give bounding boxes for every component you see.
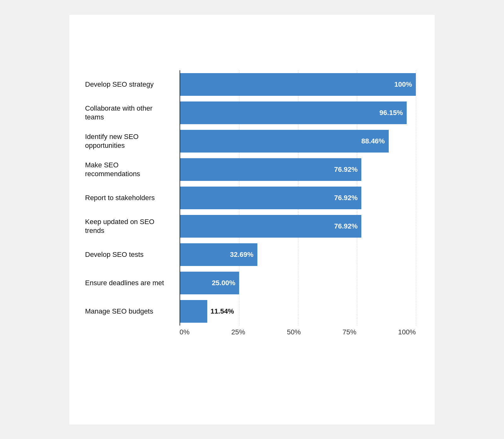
bar-row: 76.92%: [180, 184, 416, 212]
bar-row: 96.15%: [180, 99, 416, 127]
bar-row: 88.46%: [180, 127, 416, 155]
bar: 32.69%: [180, 243, 257, 266]
bar: 96.15%: [180, 101, 407, 124]
x-tick: 25%: [231, 328, 245, 336]
bars-section: Develop SEO strategyCollaborate with oth…: [85, 70, 416, 326]
bar-value-label: 76.92%: [334, 194, 358, 202]
x-axis-labels: 0%25%50%75%100%: [180, 328, 416, 336]
bar-wrapper: 76.92%: [180, 158, 416, 181]
bar: [180, 300, 207, 323]
bar-row: 11.54%: [180, 297, 416, 326]
bar-value-label: 76.92%: [334, 165, 358, 174]
bar-value-label: 32.69%: [230, 251, 254, 259]
bar-wrapper: 11.54%: [180, 300, 416, 323]
bar-wrapper: 25.00%: [180, 272, 416, 294]
bar-wrapper: 32.69%: [180, 243, 416, 266]
bar-row: 100%: [180, 70, 416, 99]
x-tick: 50%: [287, 328, 301, 336]
bar: 88.46%: [180, 130, 389, 153]
bar-wrapper: 76.92%: [180, 215, 416, 238]
y-label: Collaborate with other teams: [85, 99, 180, 127]
y-label: Ensure deadlines are met: [85, 269, 180, 297]
bar: 76.92%: [180, 158, 361, 181]
y-label: Manage SEO budgets: [85, 297, 180, 326]
y-label: Make SEO recommendations: [85, 155, 180, 184]
x-tick: 0%: [180, 328, 190, 336]
chart-title: [85, 34, 416, 55]
bar: 76.92%: [180, 187, 361, 209]
bar-wrapper: 96.15%: [180, 101, 416, 124]
y-label: Develop SEO tests: [85, 240, 180, 269]
bar-row: 32.69%: [180, 240, 416, 269]
bar-value-label: 88.46%: [361, 137, 385, 145]
bar-wrapper: 100%: [180, 73, 416, 96]
bar-value-label: 76.92%: [334, 222, 358, 230]
y-label: Keep updated on SEO trends: [85, 212, 180, 240]
bar-row: 76.92%: [180, 212, 416, 240]
chart-area: Develop SEO strategyCollaborate with oth…: [85, 70, 416, 336]
bar-wrapper: 88.46%: [180, 130, 416, 153]
x-tick: 75%: [342, 328, 356, 336]
x-axis: 0%25%50%75%100%: [85, 328, 416, 336]
bar-value-label: 96.15%: [380, 109, 403, 117]
bar-wrapper: 76.92%: [180, 187, 416, 209]
bar: 100%: [180, 73, 416, 96]
bars-and-grid: 100%96.15%88.46%76.92%76.92%76.92%32.69%…: [180, 70, 416, 326]
bar-value-label: 100%: [394, 80, 412, 89]
y-label: Identify new SEO opportunities: [85, 127, 180, 155]
bar: 25.00%: [180, 272, 239, 294]
bar-row: 76.92%: [180, 155, 416, 184]
bar-row: 25.00%: [180, 269, 416, 297]
x-tick: 100%: [398, 328, 416, 336]
grid-line: [416, 70, 416, 326]
bar-value-label: 11.54%: [210, 307, 234, 315]
y-labels: Develop SEO strategyCollaborate with oth…: [85, 70, 180, 326]
y-label: Develop SEO strategy: [85, 70, 180, 99]
bar-value-label: 25.00%: [212, 279, 235, 287]
chart-container: Develop SEO strategyCollaborate with oth…: [69, 15, 435, 425]
y-label: Report to stakeholders: [85, 184, 180, 212]
bar: 76.92%: [180, 215, 361, 238]
